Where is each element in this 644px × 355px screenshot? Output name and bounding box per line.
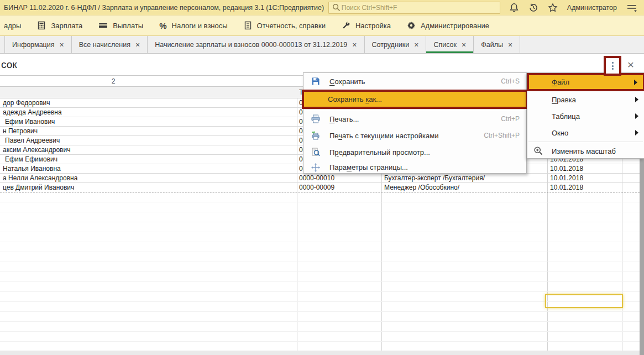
menu-separator [528,142,643,142]
notifications-bell-icon[interactable] [509,3,519,13]
section-label: Настройка [355,22,391,30]
sections-panel: адры Зарплата Выплаты % Налоги и взносы … [0,15,644,36]
more-actions-highlight-box[interactable] [604,56,621,76]
current-cell-highlight[interactable] [545,294,623,308]
employee-name-cell: Павел Андреевич [5,136,295,145]
submenu-arrow-icon [635,130,638,135]
report-document-icon [244,21,252,30]
menu-item-edit[interactable]: Правка [527,91,644,108]
section-nastroyka[interactable]: Настройка [342,21,391,30]
section-otchetnost[interactable]: Отчетность, справки [244,21,326,30]
menu-item-label: Таблица [552,112,635,121]
employee-name-cell: аксим Александрович [3,145,293,154]
tab-spisok-active[interactable]: Список × [426,36,474,53]
page-setup-icon [311,163,322,172]
tab-vse-nachisleniya[interactable]: Все начисления × [72,36,148,53]
section-vyplaty[interactable]: Выплаты [98,21,143,30]
menu-item-page-setup[interactable]: Параметры страницы... [303,160,526,174]
section-administrirovanie[interactable]: Администрирование [407,21,489,30]
kebab-menu-icon[interactable] [612,61,614,71]
section-label: адры [4,22,21,30]
current-user-label[interactable]: Администратор [567,4,617,12]
payment-card-icon [98,21,108,30]
tab-label: Все начисления [79,41,130,49]
tab-label: Файлы [481,41,503,49]
tab-close-icon[interactable]: × [135,41,140,48]
tab-informaciya[interactable]: Информация × [4,36,72,53]
main-functions-menu-icon[interactable] [626,3,637,12]
employee-name-cell: Ефим Ефимович [5,155,295,164]
section-label: Отчетность, справки [257,22,326,30]
history-icon[interactable] [528,3,538,13]
menu-item-save[interactable]: Сохранить Ctrl+S [303,73,526,90]
menu-item-print-preview[interactable]: Предварительный просмотр... [303,144,526,160]
application-window: БИНАР 11.02.2020 г. 6-НДФЛ / Зарплата и … [0,0,644,355]
tab-label: Информация [12,41,55,49]
menu-item-table[interactable]: Таблица [527,108,644,124]
menu-item-label: Сохранить [329,77,494,86]
search-icon [332,3,341,12]
main-actions-menu: Файл Правка Таблица Окно Изменить масшта… [527,72,644,159]
calculator-icon [37,21,46,30]
hire-date-cell: 10.01.2018 [550,164,619,173]
position-cell: Менеджер /Обособкино/ [384,183,544,192]
tab-close-icon[interactable]: × [508,41,512,48]
favorites-star-icon[interactable] [548,3,558,13]
shortcut-label: Ctrl+Shift+P [484,132,520,139]
print-preview-icon [311,148,322,156]
empty-grid-area [0,192,640,351]
menu-item-file-highlighted[interactable]: Файл [527,73,644,91]
percent-icon: % [159,21,166,30]
menu-item-change-zoom[interactable]: Изменить масштаб [527,143,644,159]
tab-close-icon[interactable]: × [352,41,357,48]
menu-item-label: Параметры страницы... [329,163,513,171]
tab-close-icon[interactable]: × [414,41,418,48]
tab-sotrudniki[interactable]: Сотрудники × [365,36,427,53]
section-label: Выплаты [113,22,143,30]
menu-item-label: Печать... [329,115,494,123]
section-kadry[interactable]: адры [4,22,21,30]
employee-name-cell: Наталья Ивановна [3,164,293,173]
submenu-arrow-icon [635,97,638,102]
tab-nachislenie-zarplaty[interactable]: Начисление зарплаты и взносов 0000-00001… [148,36,364,53]
tab-close-icon[interactable]: × [462,41,466,48]
menu-item-label: Изменить масштаб [552,147,638,155]
wrench-icon [342,21,350,30]
employee-name-cell: дор Федорович [3,98,293,107]
menu-item-label: Предварительный просмотр... [329,148,513,156]
table-row[interactable]: а Нелли Александровна 0000-00010 Бухгалт… [0,174,640,183]
column-number: 2 [102,77,124,85]
employee-name-cell: Ефим Иванович [5,117,295,126]
menu-item-label: Файл [552,78,634,86]
menu-item-label: Сохранить как... [328,95,519,103]
tab-fayly[interactable]: Файлы × [474,36,520,53]
section-label: Налоги и взносы [172,22,228,30]
table-row-selected[interactable]: цев Дмитрий Иванович 0000-00009 Менеджер… [0,183,640,192]
submenu-arrow-icon [634,80,637,85]
employee-name-cell: адежда Андреевна [3,108,293,117]
menu-item-label: Окно [552,129,635,137]
menu-item-save-as-highlighted[interactable]: Сохранить как... [302,90,528,109]
submenu-arrow-icon [635,113,638,119]
open-windows-tabbar: Информация × Все начисления × Начисление… [0,36,644,54]
global-search[interactable] [328,2,500,14]
page-title: сок [1,59,17,71]
printer-icon [311,114,322,123]
section-zarplata[interactable]: Зарплата [37,21,82,30]
search-input[interactable] [341,3,496,12]
section-nalogi[interactable]: % Налоги и взносы [159,21,227,30]
close-window-icon[interactable]: × [624,58,637,72]
file-submenu: Сохранить Ctrl+S Сохранить как... Печать… [303,72,527,174]
horizontal-scrollbar[interactable] [0,351,640,355]
employee-name-cell: а Нелли Александровна [3,174,293,182]
menu-item-label: Правка [552,96,635,104]
tab-close-icon[interactable]: × [60,41,64,48]
menu-item-print[interactable]: Печать... Ctrl+P [303,111,526,127]
menu-item-window[interactable]: Окно [527,124,644,141]
title-bar: БИНАР 11.02.2020 г. 6-НДФЛ / Зарплата и … [0,0,644,15]
printer-settings-icon [311,131,322,140]
position-cell: Бухгалтер-эксперт /Бухгалтерия/ [384,174,544,182]
zoom-scale-icon [533,146,544,156]
menu-item-print-current-settings[interactable]: Печать с текущими настройками Ctrl+Shift… [303,127,526,144]
employee-code-cell: 0000-00010 [299,174,379,182]
